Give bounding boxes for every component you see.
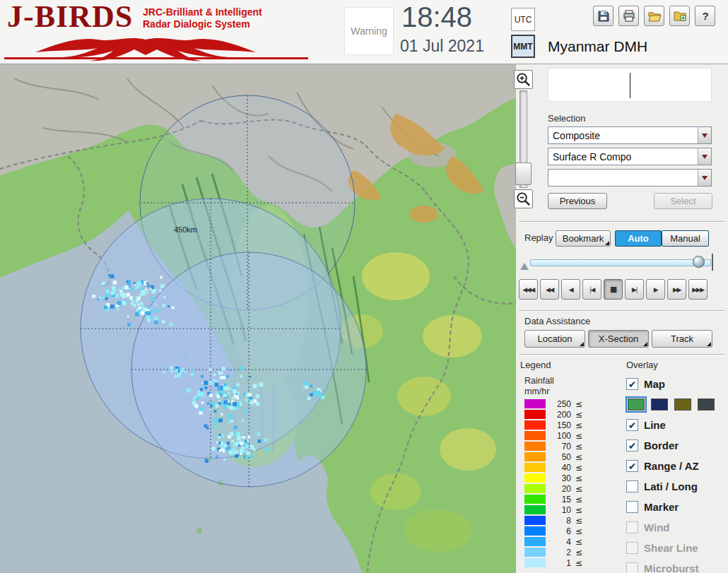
less-equal-symbol: ≤ [575, 537, 582, 547]
map-style-swatch-2[interactable] [674, 398, 691, 410]
zoom-slider-thumb[interactable] [515, 163, 532, 185]
chevron-down-icon [702, 155, 708, 159]
select-button[interactable]: Select [654, 193, 712, 209]
assist-button-x-section[interactable]: X-Section [588, 330, 649, 348]
less-equal-symbol: ≤ [575, 442, 582, 451]
open-folder-button[interactable] [644, 6, 664, 26]
header-bar: J-BIRDS JRC-Brilliant & Intelligent Rada… [0, 0, 728, 64]
playback-button-6[interactable]: ▶ [646, 279, 665, 300]
divider [519, 310, 725, 312]
map-style-swatches [626, 394, 728, 415]
jbirds-application: J-BIRDS JRC-Brilliant & Intelligent Rada… [0, 0, 728, 573]
less-equal-symbol: ≤ [575, 484, 582, 494]
auto-mode-button[interactable]: Auto [615, 230, 662, 247]
overlay-item-shear-line: Shear Line [626, 538, 728, 558]
previous-button[interactable]: Previous [548, 193, 607, 209]
less-equal-symbol: ≤ [575, 473, 582, 483]
timezone-utc-button[interactable]: UTC [511, 8, 535, 31]
legend-color-swatch [524, 463, 546, 472]
svg-text:?: ? [702, 10, 708, 22]
checkbox-line[interactable]: ✔ [626, 419, 638, 431]
overlay-label-text: Lati / Long [644, 480, 698, 492]
less-equal-symbol: ≤ [575, 463, 582, 473]
legend-row: 15≤ [524, 494, 582, 504]
legend-row: 8≤ [524, 515, 582, 526]
map-style-swatch-3[interactable] [698, 398, 715, 410]
dropdown-value: Surface R Compo [548, 151, 698, 163]
checkbox-map[interactable]: ✔ [626, 378, 638, 390]
corner-triangle-icon [707, 342, 711, 346]
save-button[interactable] [593, 6, 613, 26]
dropdown-value: Composite [548, 130, 698, 141]
print-icon [622, 9, 636, 23]
overlay-item-range-az: ✔Range / AZ [626, 456, 728, 476]
overlay-label-text: Microburst [644, 562, 699, 573]
less-equal-symbol: ≤ [575, 526, 582, 536]
app-logo-subtitle: JRC-Brilliant & Intelligent Radar Dialog… [143, 6, 262, 30]
playback-button-3[interactable]: |◀ [582, 279, 601, 300]
legend-row: 100≤ [524, 430, 582, 441]
legend-color-swatch [524, 548, 546, 557]
dropdown-1[interactable]: Surface R Compo [548, 148, 712, 165]
dropdown-arrow-button[interactable] [698, 127, 711, 143]
legend-row: 250≤ [524, 398, 582, 409]
legend-value: 20 [551, 484, 571, 494]
playback-button-8[interactable]: ▶▶▶ [688, 279, 708, 300]
dropdown-2[interactable] [548, 169, 712, 187]
playback-button-4[interactable]: ■ [604, 279, 623, 300]
replay-start-marker-icon [520, 263, 529, 270]
zoom-in-button[interactable] [514, 70, 533, 89]
bookmark-button[interactable]: Bookmark [556, 230, 611, 247]
dropdown-arrow-button[interactable] [698, 148, 711, 165]
clock-date: 01 Jul 2021 [400, 37, 484, 56]
legend-color-swatch [524, 399, 546, 408]
checkbox-lati-long[interactable] [626, 480, 638, 492]
text-cursor [630, 73, 630, 98]
export-button[interactable] [669, 6, 690, 26]
playback-button-2[interactable]: ◀ [561, 279, 580, 300]
control-panel: Selection CompositeSurface R Compo Previ… [516, 64, 728, 573]
overlay-label-text: Border [644, 439, 679, 451]
overlay-item-map: ✔Map [626, 374, 728, 394]
less-equal-symbol: ≤ [575, 431, 582, 441]
dropdown-arrow-button[interactable] [698, 170, 711, 186]
replay-timeline-thumb[interactable] [693, 256, 705, 268]
print-button[interactable] [618, 6, 639, 26]
checkbox-border[interactable]: ✔ [626, 439, 638, 451]
map-style-swatch-0[interactable] [628, 398, 645, 410]
playback-button-7[interactable]: ▶▶ [667, 279, 686, 300]
checkbox-range-az[interactable]: ✔ [626, 460, 638, 472]
overlay-label-text: Range / AZ [644, 460, 699, 472]
replay-end-marker [712, 254, 713, 271]
dropdown-0[interactable]: Composite [548, 126, 712, 144]
radar-map-area[interactable]: 450km [0, 64, 516, 573]
legend-row: 20≤ [524, 483, 582, 494]
legend-row: 10≤ [524, 504, 582, 515]
assist-button-track[interactable]: Track [652, 330, 712, 348]
legend-value: 10 [551, 505, 571, 515]
legend-row: 40≤ [524, 462, 582, 473]
station-name-box[interactable] [548, 68, 712, 102]
replay-timeline-track[interactable] [530, 259, 711, 266]
check-icon: ✔ [628, 420, 637, 430]
help-button[interactable]: ? [695, 6, 715, 26]
zoom-out-button[interactable] [514, 189, 533, 208]
legend-unit-line2: mm/hr [524, 386, 549, 396]
legend-value: 50 [551, 452, 571, 462]
assist-button-label: X-Section [599, 333, 638, 344]
playback-button-5[interactable]: ▶| [625, 279, 644, 300]
manual-mode-button[interactable]: Manual [662, 230, 709, 247]
legend-color-swatch [524, 442, 546, 451]
playback-button-1[interactable]: ◀◀ [540, 279, 559, 300]
assist-button-location[interactable]: Location [524, 330, 585, 348]
playback-button-0[interactable]: ◀◀◀ [519, 279, 538, 300]
map-style-swatch-1[interactable] [651, 398, 668, 410]
range-ring-label: 450km [174, 225, 197, 234]
topographic-radar-map[interactable]: 450km [0, 64, 516, 573]
checkbox-marker[interactable] [626, 501, 638, 513]
overlay-item-lati-long: Lati / Long [626, 476, 728, 497]
legend-row: 200≤ [524, 409, 582, 420]
timezone-mmt-button[interactable]: MMT [511, 35, 535, 58]
legend-color-swatch [524, 505, 546, 514]
chevron-down-icon [702, 176, 708, 180]
